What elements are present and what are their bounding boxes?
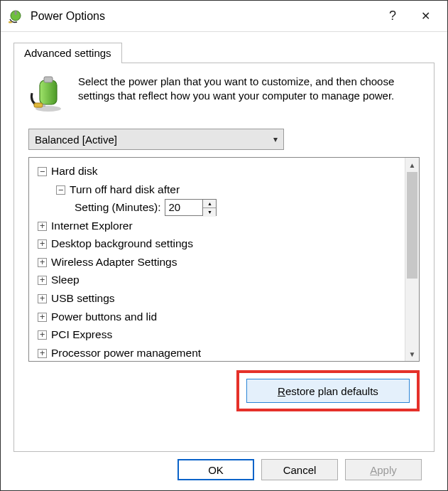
svg-rect-2 — [9, 21, 12, 23]
svg-rect-8 — [43, 106, 45, 107]
svg-rect-4 — [40, 80, 57, 104]
client-area: Advanced settings — [1, 32, 447, 490]
tree-node-turn-off-hard-disk[interactable]: −Turn off hard disk after — [35, 180, 402, 199]
tree-node-wireless-adapter[interactable]: +Wireless Adapter Settings — [35, 253, 402, 271]
expand-icon[interactable]: + — [38, 222, 47, 231]
svg-rect-5 — [44, 77, 53, 82]
intro-text: Select the power plan that you want to c… — [78, 75, 420, 114]
scroll-down-icon[interactable]: ▼ — [405, 347, 419, 361]
tree-node-hard-disk[interactable]: −Hard disk — [35, 162, 402, 180]
expand-icon[interactable]: + — [38, 258, 47, 267]
svg-rect-1 — [15, 11, 17, 15]
settings-tree-container: −Hard disk −Turn off hard disk after Set… — [28, 157, 420, 362]
intro-row: Select the power plan that you want to c… — [28, 75, 420, 114]
ok-button[interactable]: OK — [177, 459, 254, 480]
expand-icon[interactable]: + — [38, 330, 47, 340]
chevron-down-icon: ▾ — [273, 134, 278, 144]
svg-rect-7 — [43, 104, 45, 105]
cancel-button[interactable]: Cancel — [261, 459, 338, 480]
dialog-button-row: OK Cancel Apply — [13, 452, 435, 480]
tree-node-processor-power[interactable]: +Processor power management — [35, 344, 402, 361]
tree-node-sleep[interactable]: +Sleep — [35, 271, 402, 289]
power-options-icon — [8, 9, 23, 24]
expand-icon[interactable]: + — [38, 349, 47, 358]
window-title: Power Options — [31, 10, 376, 23]
spinner-up-icon[interactable]: ▲ — [203, 200, 216, 209]
tree-scrollbar[interactable]: ▲ ▼ — [405, 158, 419, 361]
tree-node-power-buttons-lid[interactable]: +Power buttons and lid — [35, 308, 402, 326]
svg-rect-6 — [34, 103, 43, 107]
scroll-up-icon[interactable]: ▲ — [405, 158, 419, 172]
battery-plug-icon — [28, 75, 68, 114]
collapse-icon[interactable]: − — [38, 167, 47, 176]
expand-icon[interactable]: + — [38, 294, 47, 303]
settings-tree[interactable]: −Hard disk −Turn off hard disk after Set… — [29, 158, 405, 361]
collapse-icon[interactable]: − — [56, 185, 65, 195]
tabstrip: Advanced settings — [13, 42, 435, 63]
setting-label: Setting (Minutes): — [75, 198, 160, 217]
minutes-input[interactable] — [165, 200, 202, 215]
minutes-spinner[interactable]: ▲ ▼ — [165, 199, 217, 216]
power-plan-combobox[interactable]: Balanced [Active] ▾ — [28, 129, 284, 150]
tab-panel: Select the power plan that you want to c… — [13, 63, 435, 452]
titlebar: Power Options ? ✕ — [1, 1, 447, 32]
expand-icon[interactable]: + — [38, 276, 47, 285]
power-plan-selected: Balanced [Active] — [35, 134, 117, 146]
tree-node-desktop-background[interactable]: +Desktop background settings — [35, 234, 402, 253]
tab-advanced-settings[interactable]: Advanced settings — [13, 43, 122, 63]
close-button[interactable]: ✕ — [409, 1, 442, 32]
tree-node-pci-express[interactable]: +PCI Express — [35, 325, 402, 344]
expand-icon[interactable]: + — [38, 239, 47, 249]
expand-icon[interactable]: + — [38, 313, 47, 322]
tree-node-internet-explorer[interactable]: +Internet Explorer — [35, 217, 402, 235]
restore-row: Restore plan defaults — [28, 370, 420, 411]
restore-highlight-box: Restore plan defaults — [236, 370, 420, 411]
spinner-down-icon[interactable]: ▼ — [203, 208, 216, 217]
restore-plan-defaults-button[interactable]: Restore plan defaults — [246, 379, 410, 403]
help-button[interactable]: ? — [376, 1, 409, 32]
scroll-track[interactable] — [405, 172, 419, 347]
power-options-window: Power Options ? ✕ Advanced settings — [0, 0, 448, 491]
apply-button[interactable]: Apply — [345, 459, 422, 480]
tree-node-usb-settings[interactable]: +USB settings — [35, 289, 402, 308]
tree-node-setting-minutes: Setting (Minutes): ▲ ▼ — [35, 198, 217, 217]
scroll-thumb[interactable] — [407, 172, 417, 279]
